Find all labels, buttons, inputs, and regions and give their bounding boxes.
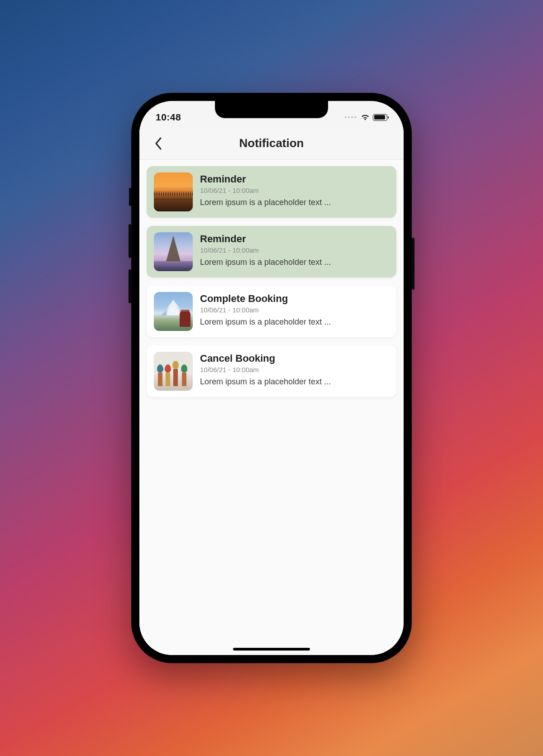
cellular-icon [345,116,356,118]
phone-frame: 10:48 Notification Reminder 10/06/21 - 1… [131,93,412,663]
volume-down-button[interactable] [129,269,131,303]
notification-time: 10/06/21 - 10:00am [200,187,389,194]
notification-card[interactable]: Cancel Booking 10/06/21 - 10:00am Lorem … [147,345,396,397]
notch [215,101,328,118]
page-title: Notification [139,136,404,150]
home-indicator[interactable] [233,648,310,651]
notification-thumbnail [154,232,193,271]
notification-text: Lorem ipsum is a placeholder text ... [200,317,389,327]
silent-switch[interactable] [129,188,131,206]
volume-up-button[interactable] [129,224,131,258]
status-icons [345,114,387,121]
notification-body: Reminder 10/06/21 - 10:00am Lorem ipsum … [200,172,389,207]
notification-body: Reminder 10/06/21 - 10:00am Lorem ipsum … [200,232,389,267]
notification-thumbnail [154,172,193,211]
notification-title: Cancel Booking [200,353,389,364]
notification-time: 10/06/21 - 10:00am [200,246,389,254]
notification-text: Lorem ipsum is a placeholder text ... [200,258,389,267]
notification-card[interactable]: Reminder 10/06/21 - 10:00am Lorem ipsum … [147,166,396,218]
notification-list[interactable]: Reminder 10/06/21 - 10:00am Lorem ipsum … [139,160,404,655]
notification-title: Reminder [200,233,389,245]
back-button[interactable] [149,134,167,153]
notification-text: Lorem ipsum is a placeholder text ... [200,377,389,387]
wifi-icon [361,114,370,121]
notification-title: Complete Booking [200,293,389,305]
notification-title: Reminder [200,173,389,185]
power-button[interactable] [412,238,414,290]
notification-time: 10/06/21 - 10:00am [200,306,389,314]
notification-body: Complete Booking 10/06/21 - 10:00am Lore… [200,292,389,327]
status-time: 10:48 [156,112,181,123]
notification-card[interactable]: Complete Booking 10/06/21 - 10:00am Lore… [147,286,396,337]
chevron-left-icon [154,137,162,150]
notification-body: Cancel Booking 10/06/21 - 10:00am Lorem … [200,352,389,387]
notification-text: Lorem ipsum is a placeholder text ... [200,198,389,207]
notification-time: 10/06/21 - 10:00am [200,366,389,373]
nav-bar: Notification [139,127,404,160]
notification-thumbnail [154,292,193,331]
notification-thumbnail [154,352,193,391]
screen: 10:48 Notification Reminder 10/06/21 - 1… [139,101,404,655]
notification-card[interactable]: Reminder 10/06/21 - 10:00am Lorem ipsum … [147,226,396,278]
battery-icon [373,114,387,121]
